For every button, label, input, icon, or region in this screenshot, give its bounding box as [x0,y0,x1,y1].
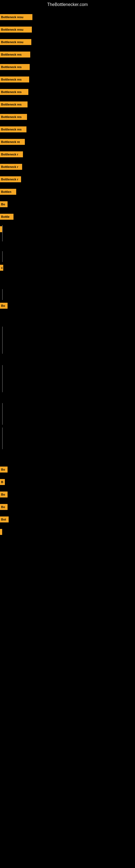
bar-label: Bottleneck r [0,164,22,170]
bar-item: Bottlen [0,189,16,195]
bar-label: Bottleneck res [0,114,27,120]
bar-label: Bottleneck resu [0,14,32,20]
bar-label: Bo [0,467,8,472]
bar-item: Bottleneck res [0,101,28,107]
bar-item: Bottleneck resu [0,27,32,33]
vertical-marker [2,289,3,300]
bar-item: Bottleneck res [0,52,30,58]
site-title: TheBottlenecker.com [0,0,135,8]
bar-item: Bottleneck re [0,139,25,145]
bar-label: B [0,479,5,485]
bar-label: Bottleneck res [0,101,28,107]
bar-item: Bottleneck r [0,164,22,170]
bar-label: Bottleneck r [0,176,21,182]
bar-item: Bottleneck res [0,64,30,70]
bar-item: Bottleneck resu [0,39,31,45]
vertical-marker [2,251,3,262]
bar-label: Bottleneck re [0,139,25,145]
bar-label: Bot [0,517,9,522]
bar-label: Bo [0,201,8,207]
vertical-marker [2,225,3,241]
bar-item: Bottleneck res [0,89,28,95]
bar-item: Bot [0,517,9,522]
bar-label: c [0,265,3,271]
bar-item: Bo [0,467,8,472]
bar-label [0,226,2,232]
bar-label: Bottleneck res [0,126,27,132]
bar-item: Bo [0,504,8,510]
bar-item: c [0,265,3,271]
bar-item: Bottleneck r [0,176,21,182]
bar-item: Bo [0,303,8,309]
bar-label: Bo [0,492,8,497]
vertical-marker [2,365,3,392]
bar-item: Bottle [0,214,13,220]
vertical-marker [2,403,3,425]
bar-item: Bottleneck r [0,151,23,157]
bar-label: Bottleneck res [0,89,28,95]
vertical-marker [2,327,3,354]
bar-item: Bottleneck res [0,76,29,83]
bar-label: Bottle [0,214,13,220]
bar-item: Bottleneck resu [0,14,32,20]
bar-label: Bo [0,504,8,510]
bar-label [0,529,2,535]
bar-label: Bottleneck res [0,52,30,58]
bar-item [0,226,2,232]
bar-label: Bottleneck resu [0,39,31,45]
bar-item [0,529,2,535]
bar-item: Bo [0,201,8,207]
bar-label: Bo [0,303,8,309]
bar-item: Bo [0,492,8,497]
bar-label: Bottleneck resu [0,27,32,33]
bar-label: Bottlen [0,189,16,195]
vertical-marker [2,428,3,449]
bar-label: Bottleneck res [0,64,30,70]
bar-item: B [0,479,5,485]
bar-label: Bottleneck res [0,76,29,83]
bar-item: Bottleneck res [0,114,27,120]
bar-label: Bottleneck r [0,151,23,157]
bar-item: Bottleneck res [0,126,27,132]
